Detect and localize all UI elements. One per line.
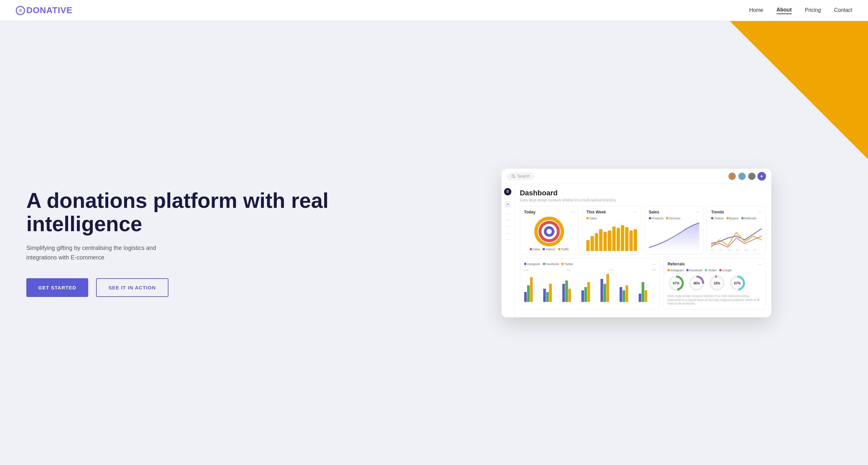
dashboard-main: Dashboard Every large design company whe… — [515, 184, 771, 318]
trends-chart-title: Trends — [711, 210, 724, 214]
nav-about[interactable]: About — [777, 7, 792, 14]
charts-row-2: Instagram Facebook Twitter ··· 400300200… — [520, 258, 766, 310]
sidebar-item-home[interactable] — [505, 201, 511, 207]
this-week-chart-title: This Week — [586, 210, 606, 214]
nav-links: Home About Pricing Contact — [749, 7, 852, 14]
svg-text:0.5: 0.5 — [736, 248, 740, 251]
svg-text:15%: 15% — [714, 281, 720, 285]
sales-chart-more[interactable]: ··· — [695, 209, 700, 215]
svg-text:67%: 67% — [673, 281, 679, 285]
svg-point-5 — [547, 229, 552, 234]
add-avatar-button[interactable]: + — [757, 172, 766, 180]
referral-google: 67% — [729, 275, 746, 292]
trends-chart: Trends ··· Visitors Buyers Referrals — [707, 206, 766, 255]
sidebar-item-1 — [505, 213, 511, 214]
sales-chart: Sales ··· Products Services — [645, 206, 704, 255]
today-legend: Sales Visitors Traffic — [524, 247, 575, 251]
trends-chart-more[interactable]: ··· — [758, 209, 762, 215]
today-chart-title: Today — [524, 210, 535, 214]
dashboard-page-title: Dashboard — [520, 189, 766, 197]
hero-title: A donations platform with real intellige… — [26, 189, 417, 235]
dashboard-sidebar: D — [501, 184, 515, 318]
nav-home[interactable]: Home — [749, 7, 763, 14]
referral-instagram: 67% — [668, 275, 685, 292]
social-chart-more[interactable]: ··· — [652, 261, 656, 267]
referrals-footer-text: Every large design company whether it's … — [668, 294, 762, 306]
dashboard-page-subtitle: Every large design company whether it's … — [520, 198, 766, 202]
search-icon — [511, 174, 515, 178]
svg-text:67%: 67% — [734, 281, 741, 285]
today-donut — [524, 217, 575, 246]
referral-facebook: 46% — [688, 275, 705, 292]
nav-contact[interactable]: Contact — [834, 7, 852, 14]
logo[interactable]: ◎ DONATIVE — [16, 5, 72, 15]
dashboard-search[interactable]: Search — [507, 172, 534, 180]
logo-icon: ◎ — [16, 6, 25, 15]
hero-buttons: GET STARTED SEE IT IN ACTION — [26, 278, 417, 297]
svg-text:0.3: 0.3 — [728, 248, 731, 251]
avatar-1 — [728, 172, 736, 180]
social-grouped-bars — [524, 272, 656, 302]
hero-left: A donations platform with real intellige… — [26, 189, 417, 297]
svg-text:46%: 46% — [693, 281, 700, 285]
sidebar-item-5 — [505, 239, 511, 240]
sales-line-chart — [649, 221, 700, 251]
hero-right: Search + D — [417, 169, 842, 318]
sales-chart-title: Sales — [649, 210, 659, 214]
social-chart: Instagram Facebook Twitter ··· 400300200… — [520, 258, 660, 310]
this-week-bars — [586, 221, 637, 251]
svg-line-1 — [514, 177, 515, 178]
see-in-action-button[interactable]: SEE IT IN ACTION — [96, 278, 168, 297]
referrals-chart-title: Referrals — [668, 262, 685, 266]
svg-text:0.7: 0.7 — [753, 248, 756, 251]
today-chart: Today ··· — [520, 206, 579, 255]
sidebar-item-4 — [505, 233, 511, 233]
charts-row-1: Today ··· — [520, 206, 766, 255]
navbar: ◎ DONATIVE Home About Pricing Contact — [0, 0, 868, 21]
nav-pricing[interactable]: Pricing — [805, 7, 821, 14]
hero-subtitle: Simplifying gifting by centralising the … — [26, 243, 178, 262]
decorative-triangle — [730, 21, 868, 159]
logo-text: DONATIVE — [26, 5, 72, 15]
dashboard-mockup: Search + D — [501, 169, 771, 318]
today-chart-more[interactable]: ··· — [571, 209, 575, 215]
referrals-chart: Referrals ··· Instagram Facebook Twitter… — [663, 258, 766, 310]
avatar-3 — [748, 172, 756, 180]
trends-line-chart: 0.1 0.2 0.3 0.5 0.6 0.7 — [711, 221, 762, 251]
dashboard-topbar: Search + — [501, 169, 771, 184]
svg-text:0.1: 0.1 — [711, 248, 714, 251]
get-started-button[interactable]: GET STARTED — [26, 278, 88, 297]
dashboard-avatars: + — [728, 172, 766, 180]
this-week-chart: This Week ··· Sales — [582, 206, 641, 255]
sidebar-item-3 — [505, 226, 511, 227]
search-placeholder: Search — [517, 174, 530, 178]
referral-twitter: 15% — [708, 275, 725, 292]
svg-text:0.6: 0.6 — [745, 248, 748, 251]
hero-section: A donations platform with real intellige… — [0, 21, 868, 465]
dashboard-body: D Dashboard Every large design company w… — [501, 184, 771, 318]
svg-text:0.2: 0.2 — [720, 248, 723, 251]
sidebar-logo-icon: D — [504, 188, 511, 195]
referrals-pies: 67% 46% — [668, 275, 762, 292]
this-week-chart-more[interactable]: ··· — [633, 209, 637, 215]
sidebar-item-2 — [505, 220, 511, 220]
referrals-chart-more[interactable]: ··· — [758, 261, 762, 267]
avatar-2 — [738, 172, 746, 180]
